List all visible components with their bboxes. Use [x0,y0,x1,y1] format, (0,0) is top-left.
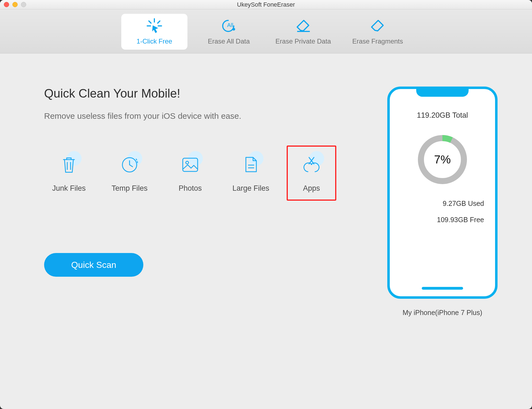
quick-scan-button[interactable]: Quick Scan [44,253,143,277]
main-content: Quick Clean Your Mobile! Remove useless … [0,53,532,409]
category-photos[interactable]: Photos [165,146,215,201]
trash-icon [58,154,80,176]
category-label: Photos [179,184,202,193]
tab-erase-fragments[interactable]: Erase Fragments [345,14,411,50]
toolbar: 1-Click Free All Erase All Data [0,9,532,53]
phone-homebar [422,287,463,290]
eraser-icon [369,18,386,34]
category-label: Temp Files [112,184,148,193]
category-label: Large Files [232,184,269,193]
tab-erase-private-data[interactable]: Erase Private Data [270,14,336,50]
category-label: Junk Files [52,184,86,193]
window-controls [4,2,26,7]
category-label: Apps [303,184,320,193]
apps-icon [300,154,323,176]
svg-line-2 [158,21,160,23]
storage-ring: 7% [416,133,469,186]
tab-label: 1-Click Free [136,37,172,45]
tab-one-click-free[interactable]: 1-Click Free [121,14,187,50]
phone-frame: 119.20GB Total 7% 9.27GB Used 109.93GB F… [387,87,498,299]
storage-stats: 9.27GB Used 109.93GB Free [390,200,495,224]
file-icon [240,154,262,176]
category-temp-files[interactable]: Temp Files [105,146,154,201]
category-row: Junk Files Temp Files Photos [44,146,378,201]
storage-percent: 7% [416,133,469,186]
app-window: UkeySoft FoneEraser 1-Click Free [0,0,532,409]
svg-line-1 [149,21,151,23]
storage-total: 119.20GB Total [417,111,468,120]
minimize-window-button[interactable] [12,2,18,7]
svg-point-6 [232,28,235,31]
zoom-window-button[interactable] [21,2,26,7]
erase-all-icon: All [221,18,237,34]
tab-erase-all-data[interactable]: All Erase All Data [196,14,262,50]
storage-used: 9.27GB Used [390,200,484,208]
tab-label: Erase All Data [208,37,250,45]
photo-icon [179,154,201,176]
tab-label: Erase Fragments [352,37,403,45]
tab-label: Erase Private Data [275,37,331,45]
titlebar: UkeySoft FoneEraser [0,0,532,9]
eraser-line-icon [295,18,311,34]
page-subtitle: Remove useless files from your iOS devic… [44,111,378,121]
category-apps[interactable]: Apps [287,146,336,201]
phone-notch [416,88,469,97]
device-name: My iPhone(iPhone 7 Plus) [402,309,482,317]
clock-icon [119,154,141,176]
close-window-button[interactable] [4,2,9,7]
svg-point-12 [186,161,189,164]
window-title: UkeySoft FoneEraser [0,1,532,8]
svg-text:All: All [227,22,233,28]
storage-free: 109.93GB Free [390,216,484,224]
page-title: Quick Clean Your Mobile! [44,87,378,100]
left-panel: Quick Clean Your Mobile! Remove useless … [44,87,378,387]
device-panel: 119.20GB Total 7% 9.27GB Used 109.93GB F… [378,87,507,387]
cursor-spark-icon [146,18,163,34]
category-junk-files[interactable]: Junk Files [44,146,94,201]
svg-rect-11 [183,158,198,171]
category-large-files[interactable]: Large Files [226,146,276,201]
